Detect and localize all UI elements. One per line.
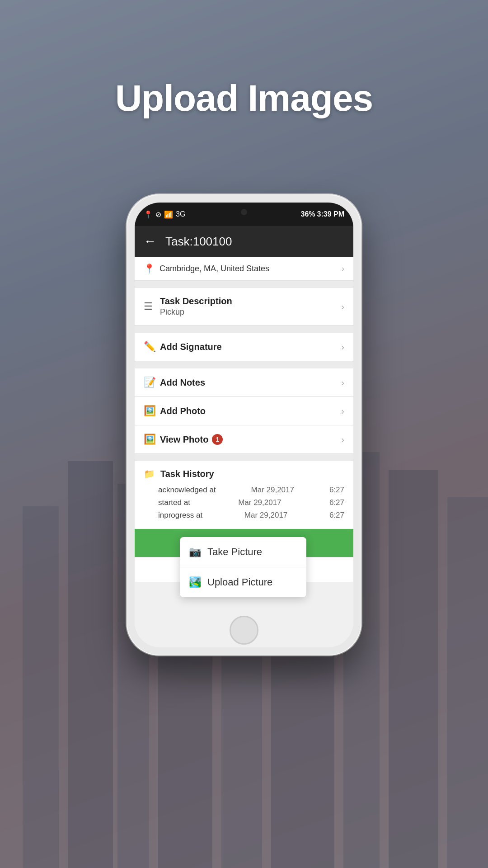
location-bar[interactable]: 📍 Cambridge, MA, United States ›: [135, 257, 353, 281]
history-date-2: Mar 29,2017: [238, 498, 281, 507]
view-photo-item[interactable]: 🖼️ View Photo 1 ›: [135, 425, 353, 454]
history-time-3: 6:27: [329, 511, 344, 520]
status-bar-right: 36% 3:39 PM: [301, 210, 345, 218]
home-button[interactable]: [230, 616, 258, 645]
task-history-header: 📁 Task History: [144, 468, 344, 479]
phone-shell: 📍 ⊘ 📶 3G 36% 3:39 PM ← Task:100100 📍 Cam…: [127, 194, 361, 656]
add-photo-item[interactable]: 🖼️ Add Photo ›: [135, 397, 353, 425]
location-pin-icon: 📍: [144, 210, 153, 219]
signature-icon: ✏️: [144, 341, 160, 353]
view-photo-icon: 🖼️: [144, 434, 160, 445]
history-time-2: 6:27: [329, 498, 344, 507]
upload-picture-label: Upload Picture: [207, 576, 272, 588]
back-button[interactable]: ←: [144, 234, 156, 249]
location-text: Cambridge, MA, United States: [160, 264, 342, 274]
signature-content: Add Signature: [160, 342, 341, 352]
task-description-label: Task Description: [160, 296, 341, 307]
take-picture-option[interactable]: 📷 Take Picture: [180, 537, 306, 567]
history-action-3: inprogress at: [158, 511, 202, 520]
signature-chevron-icon: ›: [341, 342, 344, 352]
add-photo-content: Add Photo: [160, 406, 341, 416]
divider-1: [135, 281, 353, 288]
task-history-icon: 📁: [144, 468, 155, 479]
photo-popup-menu: 📷 Take Picture 🏞️ Upload Picture: [180, 537, 306, 597]
history-row-1: acknowledged at Mar 29,2017 6:27: [144, 484, 344, 496]
svg-rect-0: [23, 506, 59, 868]
view-photo-chevron-icon: ›: [341, 434, 344, 445]
history-time-1: 6:27: [329, 486, 344, 495]
notes-chevron-icon: ›: [341, 377, 344, 388]
add-notes-item[interactable]: 📝 Add Notes ›: [135, 368, 353, 397]
battery-label: 36%: [301, 210, 315, 218]
task-description-chevron-icon: ›: [341, 302, 344, 312]
notes-icon: 📝: [144, 377, 160, 388]
history-action-2: started at: [158, 498, 190, 507]
app-header: ← Task:100100: [135, 226, 353, 257]
take-picture-label: Take Picture: [207, 546, 262, 558]
add-photo-chevron-icon: ›: [341, 406, 344, 416]
screen-title: Task:100100: [165, 235, 232, 249]
phone-device: 📍 ⊘ 📶 3G 36% 3:39 PM ← Task:100100 📍 Cam…: [127, 194, 361, 656]
notes-content: Add Notes: [160, 377, 341, 388]
phone-screen: 📍 ⊘ 📶 3G 36% 3:39 PM ← Task:100100 📍 Cam…: [135, 203, 353, 647]
task-description-item[interactable]: ☰ Task Description Pickup ›: [135, 288, 353, 326]
svg-rect-8: [447, 497, 488, 868]
wifi-icon: 📶: [164, 210, 173, 219]
task-history-label: Task History: [160, 469, 214, 479]
history-row-3: inprogress at Mar 29,2017 6:27: [144, 509, 344, 522]
phone-camera: [241, 209, 247, 215]
photo-count-badge: 1: [212, 434, 223, 445]
add-signature-item[interactable]: ✏️ Add Signature ›: [135, 333, 353, 361]
divider-2: [135, 326, 353, 333]
svg-rect-1: [68, 461, 113, 868]
task-description-icon: ☰: [144, 301, 160, 312]
divider-3: [135, 361, 353, 368]
add-photo-icon: 🖼️: [144, 405, 160, 417]
photo-section: 🖼️ Add Photo › 📷 Take Picture 🏞️ Upload …: [135, 397, 353, 425]
view-photo-label: View Photo: [160, 434, 208, 445]
task-description-content: Task Description Pickup: [160, 296, 341, 317]
location-icon: 📍: [144, 263, 155, 274]
view-photo-content: 🖼️ View Photo 1: [144, 434, 341, 445]
notes-label: Add Notes: [160, 377, 341, 388]
hero-title: Upload Images: [0, 77, 488, 119]
history-row-2: started at Mar 29,2017 6:27: [144, 496, 344, 509]
add-photo-label: Add Photo: [160, 406, 341, 416]
history-action-1: acknowledged at: [158, 486, 216, 495]
history-date-3: Mar 29,2017: [244, 511, 287, 520]
upload-photo-icon: 🏞️: [189, 576, 201, 588]
history-date-1: Mar 29,2017: [251, 486, 294, 495]
camera-icon: 📷: [189, 546, 201, 558]
status-bar-left: 📍 ⊘ 📶 3G: [144, 210, 185, 219]
location-chevron-icon: ›: [342, 264, 344, 274]
upload-picture-option[interactable]: 🏞️ Upload Picture: [180, 567, 306, 597]
network-label: 3G: [176, 210, 185, 218]
svg-rect-7: [389, 470, 438, 868]
divider-4: [135, 454, 353, 461]
task-description-value: Pickup: [160, 307, 341, 317]
time-label: 3:39 PM: [317, 210, 344, 218]
task-history-section: 📁 Task History acknowledged at Mar 29,20…: [135, 461, 353, 529]
dnd-icon: ⊘: [155, 210, 161, 219]
signature-label: Add Signature: [160, 342, 341, 352]
